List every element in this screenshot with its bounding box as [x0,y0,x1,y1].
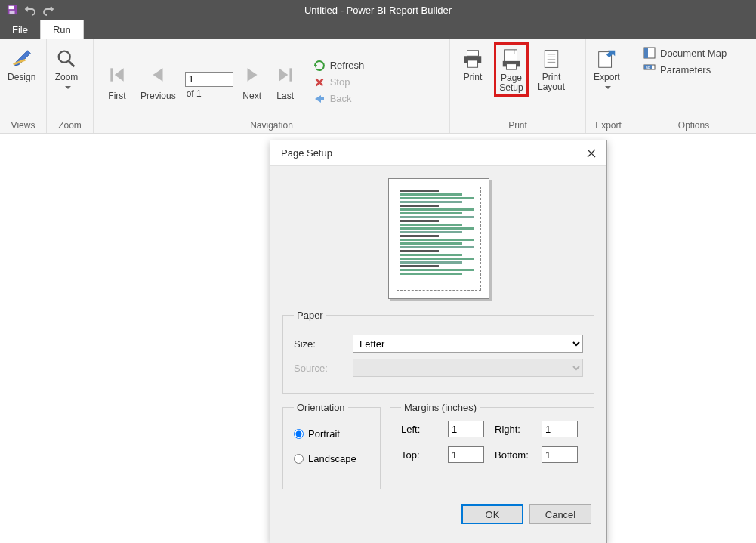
orientation-portrait[interactable]: Portrait [294,428,369,440]
orientation-landscape[interactable]: Landscape [294,453,369,464]
svg-marker-10 [279,68,288,81]
back-button[interactable]: Back [309,91,369,106]
redo-icon[interactable] [42,4,54,16]
dialog-title: Page Setup [281,147,332,159]
cancel-button[interactable]: Cancel [529,504,591,524]
svg-rect-6 [110,68,113,81]
group-print: Print PageSetup PrintLayout Print [450,39,586,133]
save-icon[interactable] [6,4,18,16]
print-layout-icon [539,47,563,71]
margin-bottom-input[interactable] [542,446,578,463]
svg-marker-9 [247,68,257,81]
ribbon: Design Views Zoom Zoom First Previous [0,39,756,134]
nav-next-icon [242,65,262,85]
zoom-label: Zoom [55,73,79,92]
document-map-button[interactable]: Document Map [639,45,731,60]
svg-rect-16 [321,97,324,100]
parameters-button[interactable]: ab Parameters [639,62,731,77]
quick-access-toolbar [0,4,60,16]
size-label: Size: [294,338,347,350]
svg-marker-15 [315,95,321,103]
group-print-label: Print [453,119,582,133]
source-select [353,359,583,377]
design-button[interactable]: Design [3,42,40,85]
nav-previous-button[interactable]: Previous [136,57,181,104]
svg-marker-7 [115,68,124,81]
page-number-input[interactable] [185,72,233,87]
svg-marker-8 [153,68,163,81]
document-map-icon [643,47,656,59]
tab-run[interactable]: Run [40,20,84,39]
margin-top-input[interactable] [448,446,484,463]
undo-icon[interactable] [24,4,36,16]
margin-bottom-label: Bottom: [495,449,535,461]
back-icon [313,93,326,105]
nav-last-icon [276,65,295,85]
refresh-button[interactable]: Refresh [309,58,369,73]
landscape-radio[interactable] [294,454,304,464]
zoom-button[interactable]: Zoom [50,42,83,95]
orientation-fieldset: Orientation Portrait Landscape [282,402,381,489]
margin-left-input[interactable] [448,421,484,437]
svg-rect-30 [644,48,648,58]
svg-rect-11 [289,68,292,81]
group-navigation: First Previous of 1 Next Last R [94,39,450,133]
orientation-legend: Orientation [294,402,348,413]
print-layout-button[interactable]: PrintLayout [533,42,569,95]
export-icon [594,47,619,71]
print-button[interactable]: Print [456,42,489,85]
design-icon [10,47,34,71]
app-title: Untitled - Power BI Report Builder [304,5,452,16]
group-options-label: Options [634,119,753,133]
group-navigation-label: Navigation [97,119,446,133]
printer-icon [461,47,485,71]
nav-first-button[interactable]: First [103,57,131,104]
margin-left-label: Left: [401,424,442,435]
refresh-icon [313,60,326,72]
ribbon-tabs: File Run [0,20,756,39]
paper-fieldset: Paper Size: Letter Source: [282,310,594,394]
group-zoom-label: Zoom [50,119,90,133]
paper-legend: Paper [294,310,326,321]
page-number-wrap: of 1 [185,72,233,99]
stop-button[interactable]: Stop [309,75,369,90]
design-label: Design [8,73,35,82]
svg-point-4 [59,51,70,63]
magnifier-icon [54,47,79,71]
svg-text:ab: ab [646,65,650,69]
dialog-titlebar[interactable]: Page Setup [270,140,606,166]
source-label: Source: [294,363,347,374]
page-setup-button[interactable]: PageSetup [494,42,529,97]
group-views-label: Views [3,119,43,133]
group-options: Document Map ab Parameters Options [631,39,756,133]
nav-first-icon [107,65,127,85]
stop-icon [313,76,326,88]
title-bar: Untitled - Power BI Report Builder [0,0,756,20]
group-export-label: Export [589,119,628,133]
page-setup-icon [499,48,523,72]
margins-fieldset: Margins (inches) Left: Right: Top: Botto… [390,402,594,489]
page-preview [282,178,594,299]
nav-last-button[interactable]: Last [271,57,300,104]
group-export: Export Export [586,39,631,133]
margin-right-input[interactable] [542,421,578,437]
margins-legend: Margins (inches) [401,402,480,413]
svg-rect-1 [9,6,14,9]
nav-previous-icon [148,65,168,85]
group-zoom: Zoom Zoom [47,39,94,133]
group-views: Design Views [0,39,47,133]
portrait-radio[interactable] [294,429,304,439]
svg-rect-23 [545,51,558,68]
size-select[interactable]: Letter [353,335,583,353]
page-setup-dialog: Page Setup [270,140,607,543]
nav-next-button[interactable]: Next [238,57,267,104]
parameters-icon: ab [643,63,656,76]
ok-button[interactable]: OK [461,504,523,524]
page-total-label: of 1 [185,88,202,99]
svg-rect-2 [10,11,15,14]
tab-file[interactable]: File [0,20,40,39]
svg-rect-19 [467,60,477,67]
export-button[interactable]: Export [589,42,625,95]
margin-top-label: Top: [401,449,442,461]
close-icon[interactable] [584,146,599,161]
